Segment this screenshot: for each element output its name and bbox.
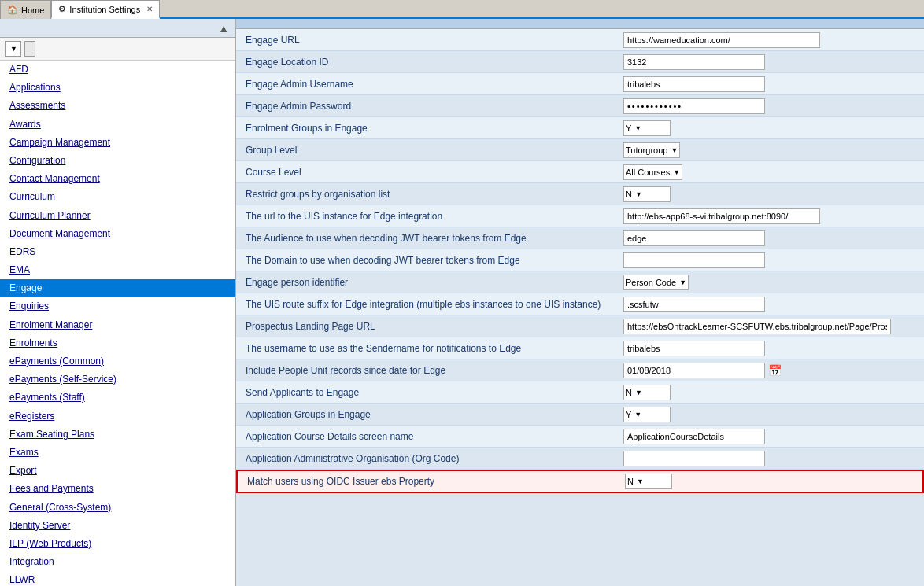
- sidebar-header: ▲: [0, 19, 235, 38]
- select-dropdown[interactable]: N▼: [623, 385, 671, 400]
- sidebar-item[interactable]: ePayments (Staff): [0, 389, 235, 407]
- sidebar-item[interactable]: Enquiries: [0, 297, 235, 315]
- text-input[interactable]: [623, 32, 820, 48]
- field-value: [623, 341, 915, 356]
- field-value: [623, 429, 915, 444]
- text-input[interactable]: [623, 76, 765, 92]
- sidebar-item[interactable]: Fees and Payments: [0, 480, 235, 498]
- select-arrow-icon: ▼: [635, 389, 642, 396]
- sidebar-item[interactable]: Curriculum: [0, 188, 235, 206]
- text-input[interactable]: [623, 208, 820, 224]
- select-value: Y: [626, 123, 631, 133]
- field-label: Application Groups in Engage: [246, 409, 623, 420]
- select-arrow-icon: ▼: [634, 124, 641, 132]
- select-arrow-icon: ▼: [671, 146, 678, 154]
- sidebar-item[interactable]: Contact Management: [0, 170, 235, 188]
- sidebar-item[interactable]: Document Management: [0, 225, 235, 243]
- sidebar-list: AFDApplicationsAssessmentsAwardsCampaign…: [0, 61, 235, 586]
- sidebar-item[interactable]: ePayments (Common): [0, 352, 235, 370]
- form-row: Group LevelTutorgroup▼: [236, 139, 924, 161]
- field-value: [623, 230, 915, 246]
- tab-label: Institution Settings: [69, 5, 140, 14]
- sidebar-item[interactable]: Assessments: [0, 97, 235, 115]
- select-value: N: [626, 190, 632, 199]
- sidebar-item[interactable]: EMA: [0, 261, 235, 279]
- text-input[interactable]: [623, 54, 765, 70]
- select-value: All Courses: [626, 168, 670, 177]
- field-label: The url to the UIS instance for Edge int…: [246, 211, 623, 222]
- form-row: Engage URL: [236, 29, 924, 51]
- field-value: 📅: [623, 363, 915, 378]
- sidebar-item[interactable]: General (Cross-System): [0, 499, 235, 517]
- sidebar-item[interactable]: Configuration: [0, 152, 235, 170]
- form-row: Course LevelAll Courses▼: [236, 161, 924, 183]
- sidebar-item[interactable]: Enrolment Manager: [0, 316, 235, 334]
- form-row: Restrict groups by organisation listN▼: [236, 183, 924, 205]
- date-input[interactable]: [623, 363, 765, 378]
- select-dropdown[interactable]: Tutorgroup▼: [623, 142, 680, 158]
- sidebar-item[interactable]: Applications: [0, 79, 235, 97]
- select-dropdown[interactable]: N▼: [623, 186, 671, 202]
- tab-icon: ⚙: [58, 4, 66, 14]
- sidebar-item[interactable]: Integration: [0, 553, 235, 571]
- sidebar-item[interactable]: Identity Server: [0, 517, 235, 535]
- sidebar-item[interactable]: Engage: [0, 279, 235, 297]
- password-input[interactable]: [623, 98, 765, 114]
- select-dropdown[interactable]: Y▼: [623, 120, 671, 136]
- select-dropdown[interactable]: N▼: [625, 474, 672, 489]
- form-row: Engage person identifierPerson Code▼: [236, 271, 924, 293]
- field-value: [623, 54, 915, 70]
- text-input[interactable]: [623, 451, 765, 466]
- form-row: Send Applicants to EngageN▼: [236, 381, 924, 404]
- field-label: The username to use as the Sendername fo…: [246, 343, 623, 354]
- field-label: Include People Unit records since date f…: [246, 365, 623, 376]
- field-label: Enrolment Groups in Engage: [246, 123, 623, 134]
- sidebar-item[interactable]: Exams: [0, 444, 235, 462]
- sidebar-item[interactable]: AFD: [0, 61, 235, 79]
- field-value: [623, 98, 915, 114]
- sidebar-item[interactable]: Export: [0, 462, 235, 480]
- sidebar-item[interactable]: ePayments (Self-Service): [0, 370, 235, 389]
- field-value: Y▼: [623, 120, 915, 136]
- sidebar-item[interactable]: ILP (Web Products): [0, 535, 235, 553]
- find-button[interactable]: [24, 41, 35, 57]
- form-row: The username to use as the Sendername fo…: [236, 337, 924, 359]
- form-row: Application Administrative Organisation …: [236, 448, 924, 470]
- form-row: Enrolment Groups in EngageY▼: [236, 117, 924, 139]
- select-dropdown[interactable]: Y▼: [623, 407, 671, 422]
- sidebar-item[interactable]: eRegisters: [0, 407, 235, 426]
- text-input[interactable]: [623, 297, 765, 312]
- sidebar-item[interactable]: Exam Seating Plans: [0, 426, 235, 444]
- field-value: [623, 252, 915, 268]
- tab-icon: 🏠: [7, 5, 18, 15]
- text-input[interactable]: [623, 319, 891, 334]
- select-value: N: [627, 477, 634, 486]
- text-input[interactable]: [623, 252, 765, 268]
- tab-home[interactable]: 🏠Home: [0, 0, 51, 19]
- sidebar-item[interactable]: Enrolments: [0, 334, 235, 352]
- dropdown-arrow-icon: ▼: [10, 45, 17, 53]
- search-type-dropdown[interactable]: ▼: [5, 41, 21, 57]
- text-input[interactable]: [623, 341, 765, 356]
- tab-institution-settings[interactable]: ⚙Institution Settings✕: [51, 0, 160, 19]
- field-value: All Courses▼: [623, 164, 915, 180]
- text-input[interactable]: [623, 429, 765, 444]
- form-row: Engage Location ID: [236, 51, 924, 73]
- select-dropdown[interactable]: Person Code▼: [623, 275, 689, 290]
- field-label: The UIS route suffix for Edge integratio…: [246, 299, 623, 310]
- field-value: [623, 76, 915, 92]
- form-rows: Engage URLEngage Location IDEngage Admin…: [236, 29, 924, 493]
- tab-close-icon[interactable]: ✕: [146, 5, 153, 13]
- sidebar-item[interactable]: Curriculum Planner: [0, 207, 235, 225]
- text-input[interactable]: [623, 230, 765, 246]
- field-value: Tutorgroup▼: [623, 142, 915, 158]
- sidebar-item[interactable]: EDRS: [0, 243, 235, 261]
- select-dropdown[interactable]: All Courses▼: [623, 164, 682, 180]
- sidebar-item[interactable]: Awards: [0, 116, 235, 134]
- sidebar-collapse-arrow[interactable]: ▲: [218, 22, 229, 35]
- sidebar-item[interactable]: Campaign Management: [0, 134, 235, 152]
- sidebar-item[interactable]: LLWR: [0, 571, 235, 586]
- calendar-icon[interactable]: 📅: [768, 364, 782, 377]
- form-row: The UIS route suffix for Edge integratio…: [236, 293, 924, 315]
- field-value: [623, 297, 915, 312]
